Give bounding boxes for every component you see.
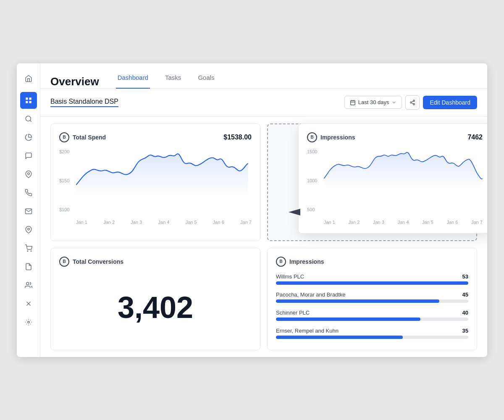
dashboard-area: B Total Spend $1538.00 $200 $150 $100 bbox=[40, 117, 487, 357]
phone-icon[interactable] bbox=[20, 184, 37, 201]
total-spend-card: B Total Spend $1538.00 $200 $150 $100 bbox=[50, 123, 260, 241]
mail-icon[interactable] bbox=[20, 203, 37, 220]
x-label-jan5: Jan 5 bbox=[186, 220, 197, 225]
svg-line-19 bbox=[412, 102, 413, 103]
y-label-100: $100 bbox=[59, 207, 69, 212]
tab-tasks[interactable]: Tasks bbox=[163, 74, 183, 89]
impressions-popup-card: B Impressions 7462 1500 1000 500 bbox=[298, 123, 487, 234]
list-item: Schinner PLC 40 bbox=[276, 310, 468, 321]
total-conversions-header: B Total Conversions bbox=[59, 257, 252, 267]
imp-name-1: Willms PLC bbox=[276, 273, 304, 280]
grid-icon[interactable] bbox=[20, 92, 37, 109]
impressions-list-card: B Impressions Willms PLC 53 bbox=[267, 248, 477, 350]
imp-value-2: 45 bbox=[462, 291, 468, 298]
svg-line-20 bbox=[412, 101, 413, 102]
imp-x-jan4: Jan 4 bbox=[398, 220, 409, 225]
impressions-list: Willms PLC 53 Pacocha, Morar and Bradtke… bbox=[276, 273, 468, 339]
pie-chart-icon[interactable] bbox=[20, 129, 37, 146]
y-label-150: $150 bbox=[59, 178, 69, 183]
y-axis-labels: $200 $150 $100 bbox=[59, 149, 69, 212]
progress-fill-3 bbox=[276, 318, 420, 321]
impressions-popup-svg bbox=[324, 149, 483, 187]
progress-bar-3 bbox=[276, 318, 468, 321]
svg-point-7 bbox=[27, 228, 29, 230]
svg-point-10 bbox=[26, 282, 29, 285]
users-icon[interactable] bbox=[20, 277, 37, 294]
y-label-500: 500 bbox=[307, 207, 317, 212]
pin-icon[interactable] bbox=[20, 166, 37, 183]
total-spend-svg bbox=[76, 149, 252, 196]
svg-line-5 bbox=[30, 120, 31, 121]
svg-point-8 bbox=[27, 251, 28, 252]
imp-name-3: Schinner PLC bbox=[276, 310, 310, 316]
svg-rect-1 bbox=[29, 97, 31, 100]
svg-rect-2 bbox=[26, 101, 28, 103]
sub-header: Basis Standalone DSP Last 30 days Edit D… bbox=[40, 89, 487, 117]
share-button[interactable] bbox=[405, 95, 420, 110]
tab-dashboard[interactable]: Dashboard bbox=[116, 74, 150, 89]
imp-name-4: Ernser, Rempel and Kuhn bbox=[276, 328, 339, 334]
location-icon[interactable] bbox=[20, 221, 37, 238]
search-icon[interactable] bbox=[20, 110, 37, 127]
main-content: Overview Dashboard Tasks Goals Basis Sta… bbox=[40, 63, 487, 357]
svg-point-11 bbox=[27, 321, 29, 323]
imp-value-3: 40 bbox=[462, 310, 468, 316]
svg-point-9 bbox=[31, 251, 32, 252]
total-conversions-value: 3,402 bbox=[59, 273, 252, 341]
imp-x-jan6: Jan 6 bbox=[447, 220, 458, 225]
x-label-jan2: Jan 2 bbox=[103, 220, 115, 225]
impressions-x-labels: Jan 1 Jan 2 Jan 3 Jan 4 Jan 5 Jan 6 Jan … bbox=[324, 220, 483, 225]
basis-logo-popup: B bbox=[307, 132, 317, 142]
basis-logo: B bbox=[59, 132, 69, 142]
impressions-list-header: B Impressions bbox=[276, 257, 468, 267]
imp-x-jan7: Jan 7 bbox=[471, 220, 483, 225]
progress-bar-4 bbox=[276, 336, 468, 339]
arrow-icon bbox=[287, 205, 300, 219]
list-item: Pacocha, Morar and Bradtke 45 bbox=[276, 291, 468, 303]
imp-area bbox=[324, 152, 483, 187]
date-range-label: Last 30 days bbox=[358, 99, 389, 105]
svg-rect-12 bbox=[351, 100, 355, 105]
svg-point-18 bbox=[413, 103, 415, 105]
y-label-1500: 1500 bbox=[307, 149, 317, 154]
date-range-button[interactable]: Last 30 days bbox=[344, 96, 402, 109]
plug-icon[interactable] bbox=[20, 295, 37, 312]
tab-goals[interactable]: Goals bbox=[196, 74, 216, 89]
header-actions: Last 30 days Edit Dashboard bbox=[344, 95, 477, 110]
imp-name-2: Pacocha, Morar and Bradtke bbox=[276, 291, 345, 298]
total-spend-chart: $200 $150 $100 bbox=[59, 149, 252, 225]
edit-dashboard-button[interactable]: Edit Dashboard bbox=[423, 96, 477, 109]
basis-logo-conversions: B bbox=[59, 257, 69, 267]
file-icon[interactable] bbox=[20, 258, 37, 275]
y-label-1000: 1000 bbox=[307, 178, 317, 183]
x-label-jan4: Jan 4 bbox=[158, 220, 170, 225]
home-icon[interactable] bbox=[20, 70, 37, 87]
chat-icon[interactable] bbox=[20, 147, 37, 164]
imp-x-jan5: Jan 5 bbox=[422, 220, 433, 225]
imp-x-jan1: Jan 1 bbox=[324, 220, 335, 225]
progress-fill-2 bbox=[276, 299, 439, 303]
share-icon bbox=[410, 100, 415, 105]
settings-icon[interactable] bbox=[20, 314, 37, 331]
list-item: Willms PLC 53 bbox=[276, 273, 468, 285]
total-spend-title-group: B Total Spend bbox=[59, 132, 106, 142]
imp-x-jan2: Jan 2 bbox=[349, 220, 360, 225]
calendar-icon bbox=[350, 100, 356, 105]
x-label-jan6: Jan 6 bbox=[213, 220, 224, 225]
cart-icon[interactable] bbox=[20, 240, 37, 257]
impressions-list-title: Impressions bbox=[289, 258, 324, 265]
svg-point-17 bbox=[410, 102, 412, 103]
total-spend-title: Total Spend bbox=[73, 134, 106, 141]
imp-value-4: 35 bbox=[462, 328, 468, 334]
impressions-popup-header: B Impressions 7462 bbox=[307, 132, 483, 142]
list-item: Ernser, Rempel and Kuhn 35 bbox=[276, 328, 468, 339]
chevron-down-icon bbox=[391, 100, 396, 105]
imp-row-4: Ernser, Rempel and Kuhn 35 bbox=[276, 328, 468, 334]
progress-fill-4 bbox=[276, 336, 403, 339]
impressions-y-labels: 1500 1000 500 bbox=[307, 149, 317, 212]
imp-row-1: Willms PLC 53 bbox=[276, 273, 468, 280]
sidebar bbox=[17, 63, 40, 357]
dashboard-title: Basis Standalone DSP bbox=[50, 98, 118, 107]
popup-arrow bbox=[287, 205, 300, 220]
total-conversions-title: Total Conversions bbox=[73, 258, 123, 265]
